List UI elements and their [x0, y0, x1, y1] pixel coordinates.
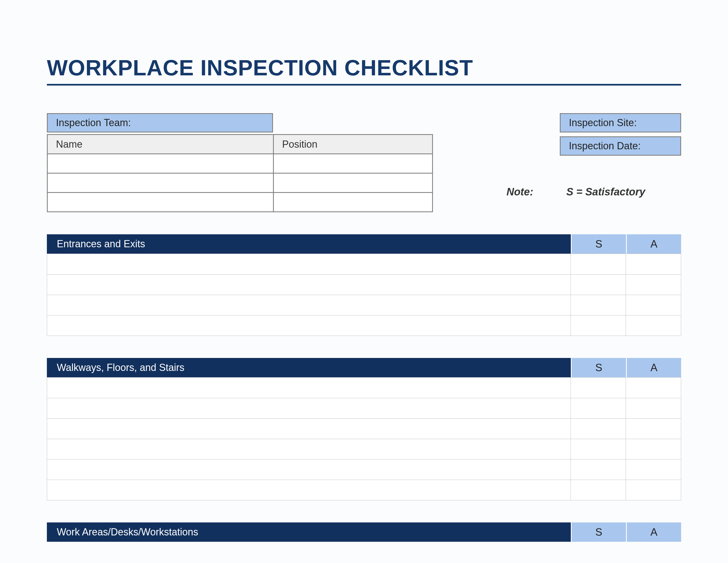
section: Entrances and Exits S A	[47, 234, 681, 336]
inspection-team-label: Inspection Team:	[47, 113, 273, 132]
note-label: Note:	[507, 186, 533, 198]
table-row[interactable]	[47, 154, 433, 173]
checklist-row[interactable]	[47, 459, 681, 480]
section-title: Work Areas/Desks/Workstations	[47, 522, 571, 542]
col-a: A	[626, 358, 681, 377]
inspection-date-label: Inspection Date:	[560, 136, 681, 156]
section: Work Areas/Desks/Workstations S A	[47, 522, 681, 542]
checklist-row[interactable]	[47, 274, 681, 295]
section: Walkways, Floors, and Stairs S A	[47, 358, 681, 500]
checklist-row[interactable]	[47, 254, 681, 274]
position-header: Position	[274, 135, 433, 154]
checklist-row[interactable]	[47, 378, 681, 398]
col-a: A	[626, 522, 681, 542]
table-row[interactable]	[47, 193, 433, 212]
checklist-row[interactable]	[47, 398, 681, 418]
section-body	[47, 377, 681, 500]
table-row[interactable]	[47, 173, 433, 193]
checklist-row[interactable]	[47, 480, 681, 500]
checklist-row[interactable]	[47, 315, 681, 336]
checklist-row[interactable]	[47, 295, 681, 315]
col-s: S	[571, 234, 626, 253]
col-s: S	[571, 522, 626, 542]
section-title: Entrances and Exits	[47, 234, 571, 253]
team-table: Name Position	[47, 134, 433, 212]
note-row: Note: S = Satisfactory	[485, 186, 681, 198]
checklist-row[interactable]	[47, 439, 681, 459]
info-area: Inspection Team: Name Position Inspectio…	[47, 113, 681, 212]
section-body	[47, 253, 681, 336]
page-title: WORKPLACE INSPECTION CHECKLIST	[47, 55, 681, 86]
col-a: A	[626, 234, 681, 253]
section-title: Walkways, Floors, and Stairs	[47, 358, 571, 377]
col-s: S	[571, 358, 626, 377]
name-header: Name	[47, 135, 274, 154]
inspection-site-label: Inspection Site:	[560, 113, 681, 132]
note-value: S = Satisfactory	[566, 186, 645, 198]
checklist-row[interactable]	[47, 418, 681, 439]
